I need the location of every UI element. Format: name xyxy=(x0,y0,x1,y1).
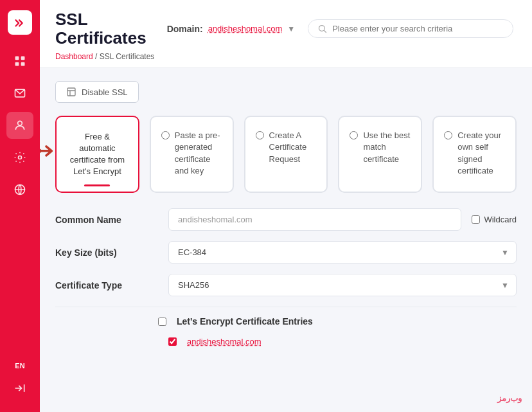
cert-card-request[interactable]: Create A Certificate Request xyxy=(244,116,328,193)
sidebar-item-settings[interactable] xyxy=(6,144,33,171)
lets-encrypt-entries-label: Let's Encrypt Certificate Entries xyxy=(177,316,313,327)
cert-options: Free & automatic certificate from Let's … xyxy=(55,116,517,193)
domain-entry-checkbox[interactable] xyxy=(168,337,177,346)
sidebar-item-globe[interactable] xyxy=(6,176,33,203)
cert-card-lets-encrypt[interactable]: Free & automatic certificate from Let's … xyxy=(55,116,139,193)
svg-rect-1 xyxy=(21,57,25,60)
cert-card-title: Paste a pre-generated certificate and ke… xyxy=(175,130,222,177)
page-title: SSL Certificates xyxy=(55,10,146,47)
cert-card-title: Create A Certificate Request xyxy=(269,130,317,165)
domain-label: Domain: xyxy=(167,24,203,34)
search-bar xyxy=(308,19,513,38)
disable-ssl-icon xyxy=(66,87,76,97)
lets-encrypt-checkbox[interactable] xyxy=(158,318,166,326)
domain-entry-text: andisheshomal.com xyxy=(187,337,262,346)
svg-rect-3 xyxy=(21,62,25,66)
sidebar-logo xyxy=(8,10,32,35)
cert-type-select[interactable]: SHA256 SHA384 SHA512 xyxy=(168,274,517,296)
cert-card-title: Create your own self signed certificate xyxy=(457,130,505,177)
lets-encrypt-entries-row: Let's Encrypt Certificate Entries xyxy=(55,307,517,327)
svg-line-9 xyxy=(324,30,326,32)
cert-type-label: Certificate Type xyxy=(55,280,158,291)
key-size-select[interactable]: EC-384 RSA-2048 RSA-4096 xyxy=(168,241,517,264)
breadcrumb: Dashboard / SSL Certificates xyxy=(55,52,517,67)
main-content: SSL Certificates Domain: andisheshomal.c… xyxy=(40,0,532,412)
common-name-label: Common Name xyxy=(55,215,158,225)
sidebar-bottom: EN xyxy=(6,359,33,402)
cert-radio-request[interactable] xyxy=(256,131,264,139)
cert-card-title: Free & automatic certificate from Let's … xyxy=(67,131,128,178)
watermark: وب‌رمز xyxy=(497,393,522,403)
wildcard-checkbox[interactable] xyxy=(472,215,480,224)
svg-point-5 xyxy=(18,121,22,125)
domain-dropdown-button[interactable]: ▼ xyxy=(287,24,295,33)
sidebar: EN xyxy=(0,0,40,412)
cert-card-best-match[interactable]: Use the best match certificate xyxy=(338,116,422,193)
domain-value[interactable]: andisheshomal.com xyxy=(208,24,283,33)
svg-rect-10 xyxy=(67,88,75,96)
cert-radio-paste[interactable] xyxy=(161,131,170,139)
common-name-input[interactable] xyxy=(168,208,461,231)
key-size-select-wrap: EC-384 RSA-2048 RSA-4096 ▼ xyxy=(168,241,517,264)
sidebar-item-messages[interactable] xyxy=(6,80,33,107)
cert-card-paste[interactable]: Paste a pre-generated certificate and ke… xyxy=(150,116,234,193)
key-size-row: Key Size (bits) EC-384 RSA-2048 RSA-4096… xyxy=(55,241,517,264)
language-label: EN xyxy=(12,359,27,372)
sidebar-item-user[interactable] xyxy=(6,112,33,139)
key-size-label: Key Size (bits) xyxy=(55,247,158,258)
svg-point-8 xyxy=(319,26,325,31)
common-name-row: Common Name Wildcard xyxy=(55,208,517,231)
content-area: Disable SSL Free & automatic certificate… xyxy=(40,68,532,412)
arrow-indicator xyxy=(40,142,55,163)
cert-type-row: Certificate Type SHA256 SHA384 SHA512 ▼ xyxy=(55,274,517,296)
svg-point-6 xyxy=(19,156,22,159)
wildcard-label[interactable]: Wildcard xyxy=(472,215,517,224)
domain-section: Domain: andisheshomal.com ▼ xyxy=(167,24,296,34)
svg-rect-0 xyxy=(15,57,19,60)
cert-radio-best-match[interactable] xyxy=(350,131,358,139)
cert-card-self-signed[interactable]: Create your own self signed certificate xyxy=(432,116,517,193)
search-icon xyxy=(317,24,327,33)
search-input[interactable] xyxy=(332,24,504,33)
header: SSL Certificates Domain: andisheshomal.c… xyxy=(40,0,532,68)
cert-type-select-wrap: SHA256 SHA384 SHA512 ▼ xyxy=(168,274,517,296)
sidebar-item-apps[interactable] xyxy=(6,48,33,75)
disable-ssl-button[interactable]: Disable SSL xyxy=(55,81,139,103)
breadcrumb-home[interactable]: Dashboard xyxy=(55,52,93,61)
cert-card-title: Use the best match certificate xyxy=(363,130,411,165)
svg-rect-2 xyxy=(15,62,19,66)
domain-entry-row: andisheshomal.com xyxy=(55,337,517,346)
cert-radio-self-signed[interactable] xyxy=(444,131,452,139)
svg-point-11 xyxy=(40,148,41,153)
sidebar-item-logout[interactable] xyxy=(6,375,33,402)
